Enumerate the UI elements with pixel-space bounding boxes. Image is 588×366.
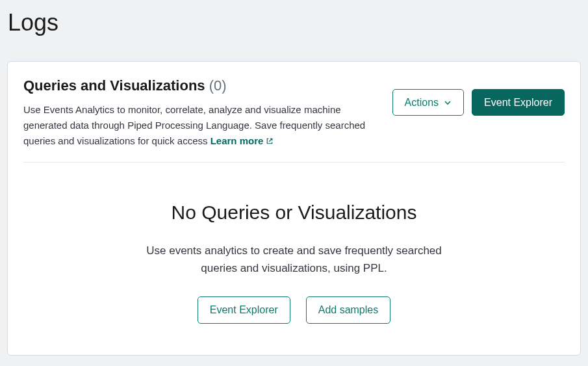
empty-state-title: No Queries or Visualizations (36, 202, 552, 224)
add-samples-label: Add samples (318, 304, 379, 316)
empty-event-explorer-label: Event Explorer (210, 304, 278, 316)
card-header-actions: Actions Event Explorer (392, 77, 565, 116)
card-header: Queries and Visualizations (0) Use Event… (23, 77, 565, 163)
empty-event-explorer-button[interactable]: Event Explorer (198, 296, 290, 323)
add-samples-button[interactable]: Add samples (306, 296, 391, 323)
card-title: Queries and Visualizations (0) (23, 77, 377, 94)
empty-state-description: Use events analytics to create and save … (138, 242, 450, 277)
learn-more-link[interactable]: Learn more (211, 133, 274, 149)
actions-button-label: Actions (405, 96, 439, 109)
event-explorer-button-label: Event Explorer (484, 96, 552, 109)
queries-visualizations-card: Queries and Visualizations (0) Use Event… (7, 61, 581, 356)
card-description: Use Events Analytics to monitor, correla… (23, 102, 374, 149)
chevron-down-icon (444, 99, 452, 107)
actions-button[interactable]: Actions (392, 89, 464, 116)
card-header-left: Queries and Visualizations (0) Use Event… (23, 77, 392, 149)
learn-more-label: Learn more (211, 133, 264, 149)
page-title: Logs (0, 0, 588, 48)
card-title-text: Queries and Visualizations (23, 77, 205, 94)
empty-state-actions: Event Explorer Add samples (36, 296, 552, 323)
card-description-text: Use Events Analytics to monitor, correla… (23, 104, 365, 146)
card-title-count: (0) (209, 77, 227, 94)
external-link-icon (266, 137, 274, 145)
empty-state: No Queries or Visualizations Use events … (23, 163, 565, 339)
event-explorer-button[interactable]: Event Explorer (472, 89, 565, 116)
